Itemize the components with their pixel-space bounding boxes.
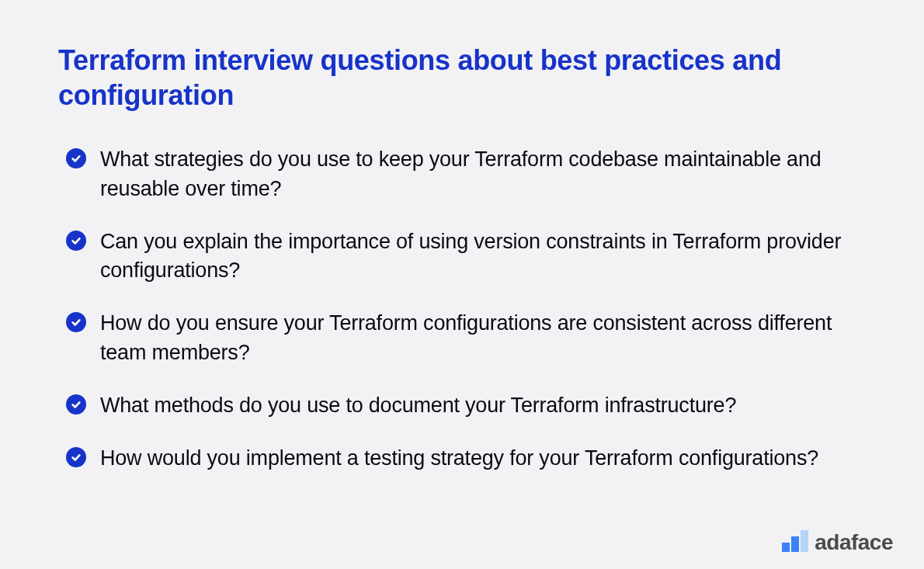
check-icon: [66, 148, 86, 168]
brand-logo: adaface: [782, 530, 893, 552]
question-item: How do you ensure your Terraform configu…: [66, 309, 866, 368]
question-text: What methods do you use to document your…: [100, 391, 736, 421]
page-heading: Terraform interview questions about best…: [58, 43, 866, 113]
question-text: What strategies do you use to keep your …: [100, 145, 866, 204]
question-text: How do you ensure your Terraform configu…: [100, 309, 866, 368]
question-item: Can you explain the importance of using …: [66, 227, 866, 286]
check-icon: [66, 394, 86, 415]
question-text: Can you explain the importance of using …: [100, 227, 866, 286]
check-icon: [66, 312, 86, 332]
question-list: What strategies do you use to keep your …: [58, 145, 866, 473]
question-text: How would you implement a testing strate…: [100, 444, 818, 474]
question-item: What strategies do you use to keep your …: [66, 145, 866, 204]
logo-text: adaface: [815, 532, 893, 553]
question-item: How would you implement a testing strate…: [66, 444, 866, 474]
check-icon: [66, 447, 86, 467]
logo-bars-icon: [782, 530, 808, 552]
question-item: What methods do you use to document your…: [66, 391, 866, 421]
check-icon: [66, 231, 86, 251]
